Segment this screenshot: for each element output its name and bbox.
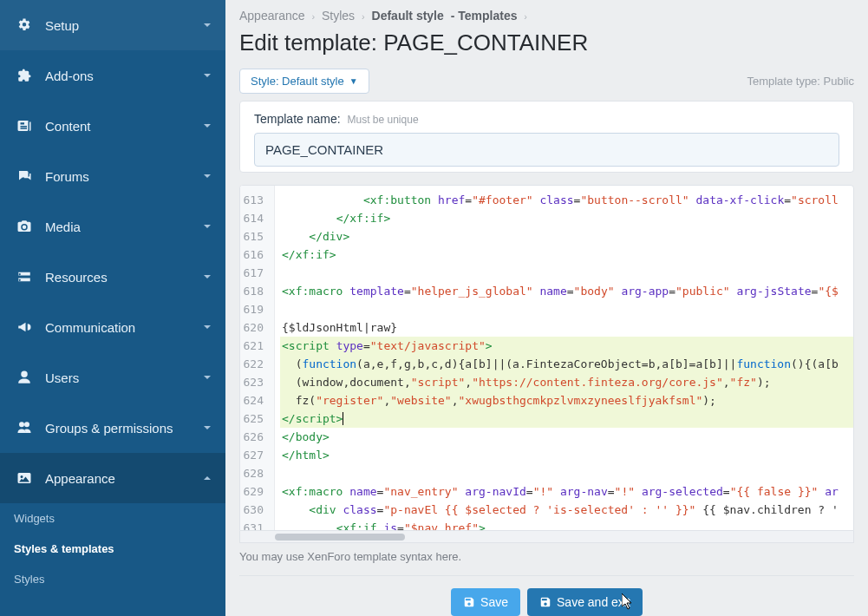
chevron-right-icon: › bbox=[524, 11, 527, 22]
chevron-down-icon bbox=[203, 121, 212, 130]
sidebar-item-add-ons[interactable]: Add-ons bbox=[0, 50, 225, 101]
sidebar-item-label: Groups & permissions bbox=[45, 421, 173, 436]
sidebar-item-resources[interactable]: Resources bbox=[0, 252, 225, 302]
save-icon bbox=[539, 596, 551, 608]
sidebar-item-groups-permissions[interactable]: Groups & permissions bbox=[0, 403, 225, 453]
main-content: Appearance › Styles › Default style - Te… bbox=[225, 0, 868, 616]
breadcrumb-link[interactable]: Appearance bbox=[239, 9, 305, 23]
comments-icon bbox=[14, 168, 35, 184]
sidebar: SetupAdd-onsContentForumsMediaResourcesC… bbox=[0, 0, 225, 616]
chevron-down-icon bbox=[203, 373, 212, 382]
footer-actions: Save Save and exit bbox=[239, 575, 854, 616]
code-area[interactable]: <xf:button href="#footer" class="button-… bbox=[275, 186, 853, 530]
page-title: Edit template: PAGE_CONTAINER bbox=[225, 26, 868, 69]
chevron-down-icon bbox=[203, 272, 212, 281]
save-and-exit-button[interactable]: Save and exit bbox=[527, 588, 643, 616]
chevron-down-icon bbox=[203, 71, 212, 80]
sidebar-item-label: Communication bbox=[45, 320, 135, 335]
chevron-up-icon bbox=[203, 474, 212, 482]
sidebar-item-users[interactable]: Users bbox=[0, 352, 225, 403]
sidebar-item-label: Add-ons bbox=[45, 69, 94, 83]
sidebar-item-label: Resources bbox=[45, 270, 108, 285]
sidebar-item-label: Media bbox=[45, 220, 81, 234]
sidebar-subitem-widgets[interactable]: Widgets bbox=[0, 503, 225, 534]
sidebar-item-label: Content bbox=[45, 119, 91, 134]
chevron-down-icon bbox=[203, 423, 212, 432]
code-editor[interactable]: 6136146156166176186196206216226236246256… bbox=[239, 185, 854, 531]
save-icon bbox=[463, 596, 475, 608]
scroll-thumb[interactable] bbox=[275, 534, 405, 541]
puzzle-icon bbox=[14, 68, 35, 83]
drive-icon bbox=[14, 269, 35, 285]
sidebar-subitem-styles[interactable]: Styles bbox=[0, 564, 225, 594]
sidebar-item-label: Forums bbox=[45, 169, 89, 184]
image-icon bbox=[14, 470, 35, 486]
template-type-label: Template type: Public bbox=[747, 75, 854, 88]
sidebar-item-content[interactable]: Content bbox=[0, 101, 225, 151]
style-dropdown[interactable]: Style: Default style ▼ bbox=[239, 69, 369, 94]
newspaper-icon bbox=[14, 118, 35, 134]
chevron-down-icon bbox=[203, 222, 212, 231]
chevron-right-icon: › bbox=[362, 11, 365, 22]
template-name-label: Template name: bbox=[254, 112, 341, 126]
sidebar-item-forums[interactable]: Forums bbox=[0, 151, 225, 201]
sidebar-item-appearance[interactable]: Appearance bbox=[0, 453, 225, 503]
sidebar-item-label: Setup bbox=[45, 18, 79, 33]
template-name-input[interactable] bbox=[254, 133, 839, 167]
chevron-down-icon bbox=[203, 323, 212, 331]
breadcrumb-suffix: - Templates bbox=[451, 9, 518, 23]
chevron-down-icon bbox=[203, 172, 212, 180]
user-icon bbox=[14, 370, 35, 385]
camera-icon bbox=[14, 219, 35, 234]
editor-help-text: You may use XenForo template syntax here… bbox=[239, 550, 854, 563]
save-button[interactable]: Save bbox=[451, 588, 520, 616]
sidebar-subitem-styles-templates[interactable]: Styles & templates bbox=[0, 534, 225, 564]
gear-icon bbox=[14, 17, 35, 33]
sidebar-item-setup[interactable]: Setup bbox=[0, 0, 225, 50]
sidebar-item-communication[interactable]: Communication bbox=[0, 302, 225, 352]
sidebar-item-label: Appearance bbox=[45, 471, 115, 486]
chevron-down-icon bbox=[203, 21, 212, 29]
sidebar-item-media[interactable]: Media bbox=[0, 201, 225, 252]
breadcrumb-link[interactable]: Default style bbox=[372, 9, 444, 23]
bullhorn-icon bbox=[14, 319, 35, 335]
users-icon bbox=[14, 420, 35, 436]
horizontal-scrollbar[interactable] bbox=[239, 531, 854, 543]
sidebar-item-label: Users bbox=[45, 370, 79, 385]
breadcrumb: Appearance › Styles › Default style - Te… bbox=[225, 0, 868, 26]
breadcrumb-link[interactable]: Styles bbox=[322, 9, 355, 23]
chevron-right-icon: › bbox=[311, 11, 315, 22]
template-name-hint: Must be unique bbox=[348, 114, 419, 126]
caret-down-icon: ▼ bbox=[349, 76, 358, 86]
line-gutter: 6136146156166176186196206216226236246256… bbox=[240, 186, 275, 530]
